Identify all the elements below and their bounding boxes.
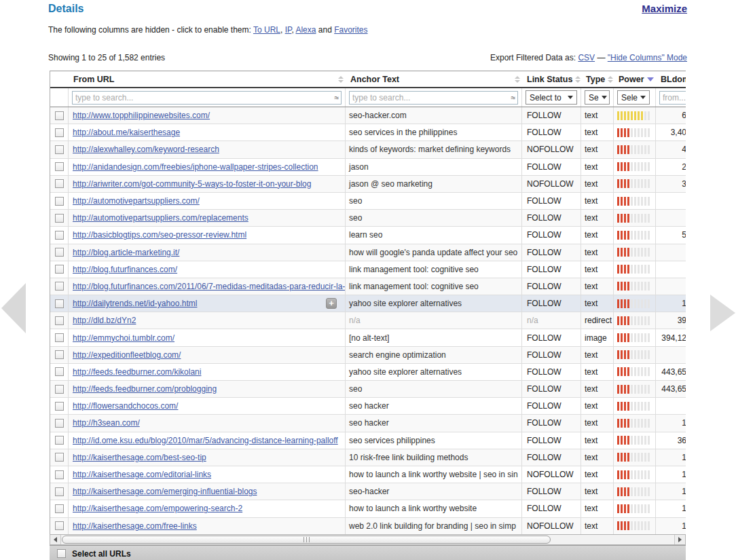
row-checkbox[interactable] [55, 316, 64, 325]
scrollbar-thumb[interactable] [62, 536, 551, 544]
from-url-link[interactable]: http://flowersandchocos.com/ [73, 401, 178, 411]
row-checkbox[interactable] [55, 282, 64, 291]
row-checkbox[interactable] [55, 179, 64, 188]
sort-icon[interactable] [608, 76, 613, 83]
from-url-link[interactable]: http://kaiserthesage.com/best-seo-tip [73, 453, 206, 462]
from-url-link[interactable]: http://h3sean.com/ [73, 418, 140, 428]
enable-column-ip-link[interactable]: IP [285, 25, 292, 35]
expand-plus-icon[interactable]: + [326, 298, 337, 309]
regex-match-icon[interactable]: ≈ [334, 94, 339, 102]
link-type-cell: text [581, 159, 614, 175]
row-checkbox[interactable] [55, 385, 64, 394]
link-status-filter-select[interactable]: Select to [526, 90, 577, 105]
export-csv-link[interactable]: CSV [578, 53, 595, 62]
from-url-link[interactable]: http://blog.article-marketing.it/ [73, 248, 179, 257]
bldom-cell: 5 [656, 227, 686, 243]
from-url-link[interactable]: http://automotivepartsuppliers.com/ [73, 196, 200, 206]
filter-cell-power: Sele [614, 88, 656, 107]
from-url-link[interactable]: http://about.me/kaiserthesage [73, 128, 180, 137]
column-header-link-status[interactable]: Link Status [522, 71, 581, 87]
row-checkbox-cell [50, 381, 69, 397]
row-checkbox[interactable] [55, 470, 64, 479]
row-checkbox[interactable] [55, 128, 64, 137]
column-header-bldom[interactable]: BLdom [656, 71, 686, 87]
bldom-from-input[interactable] [663, 93, 686, 102]
from-url-link[interactable]: http://basicblogtips.com/seo-pressor-rev… [73, 230, 246, 240]
from-url-link[interactable]: http://ariwriter.com/got-community-5-way… [73, 179, 311, 189]
power-bars-icon [617, 436, 650, 445]
sort-descending-icon[interactable] [647, 77, 654, 81]
row-checkbox[interactable] [55, 231, 64, 240]
next-page-arrow[interactable] [710, 295, 735, 331]
regex-match-icon[interactable]: ≈ [511, 94, 515, 102]
row-checkbox[interactable] [55, 367, 64, 376]
row-checkbox[interactable] [55, 145, 64, 154]
from-url-link[interactable]: http://dailytrends.net/id-yahoo.html [73, 299, 197, 308]
from-url-link[interactable]: http://kaiserthesage.com/free-links [73, 521, 197, 531]
table-body: http://www.topphilippinewebsites.com/seo… [50, 107, 686, 534]
anchor-search-input[interactable] [352, 93, 511, 102]
row-checkbox[interactable] [55, 162, 64, 171]
row-checkbox[interactable] [55, 402, 64, 411]
row-checkbox[interactable] [55, 504, 64, 513]
sort-icon[interactable] [338, 76, 344, 83]
row-checkbox[interactable] [55, 333, 64, 342]
row-checkbox[interactable] [55, 436, 64, 445]
scroll-left-icon [54, 537, 57, 542]
scroll-left-button[interactable] [50, 535, 61, 544]
column-header-type[interactable]: Type [581, 71, 614, 87]
row-checkbox[interactable] [55, 111, 64, 120]
row-checkbox[interactable] [55, 299, 64, 308]
horizontal-scrollbar[interactable] [50, 534, 686, 545]
row-checkbox[interactable] [55, 521, 64, 530]
from-url-link[interactable]: http://automotivepartsuppliers.com/repla… [73, 213, 249, 223]
column-header-power[interactable]: Power [614, 71, 656, 87]
select-all-checkbox[interactable] [57, 549, 66, 558]
row-checkbox-cell [50, 415, 69, 431]
table-row: http://automotivepartsuppliers.com/repla… [50, 210, 686, 227]
table-row: http://alexwhalley.com/keyword-researchk… [50, 141, 686, 158]
from-url-link[interactable]: http://feeds.feedburner.com/kikolani [73, 367, 201, 377]
from-url-search-input[interactable] [75, 93, 334, 102]
enable-column-to-url-link[interactable]: To URL [253, 25, 280, 35]
from-url-link[interactable]: http://kaiserthesage.com/emerging-influe… [73, 487, 257, 496]
power-filter-select[interactable]: Sele [617, 90, 650, 105]
from-url-link[interactable]: http://blog.futurfinances.com/2011/06/7-… [73, 282, 346, 291]
row-checkbox[interactable] [55, 265, 64, 274]
row-checkbox[interactable] [55, 453, 64, 462]
scroll-right-icon [678, 537, 682, 542]
table-header-row: From URL Anchor Text Link Status Type Po… [50, 71, 686, 88]
maximize-link[interactable]: Maximize [642, 3, 687, 14]
row-checkbox[interactable] [55, 350, 64, 359]
from-url-link[interactable]: http://dld.bz/dYn2 [73, 316, 136, 325]
enable-column-favorites-link[interactable]: Favorites [334, 25, 367, 35]
bldom-cell [656, 193, 686, 209]
row-checkbox[interactable] [55, 197, 64, 206]
sort-icon[interactable] [575, 76, 581, 83]
from-url-link[interactable]: http://anidandesign.com/freebies/iphone-… [73, 162, 318, 172]
row-checkbox[interactable] [55, 419, 64, 428]
from-url-link[interactable]: http://emmychoi.tumblr.com/ [73, 333, 174, 343]
row-checkbox[interactable] [55, 248, 64, 257]
from-url-cell: http://kaiserthesage.com/editorial-links [69, 466, 346, 483]
filter-cell-anchor: ≈ [346, 88, 522, 107]
from-url-link[interactable]: http://www.topphilippinewebsites.com/ [73, 111, 210, 120]
column-header-anchor-text[interactable]: Anchor Text [346, 71, 522, 87]
from-url-link[interactable]: http://kaiserthesage.com/empowering-sear… [73, 504, 242, 513]
sort-icon[interactable] [515, 76, 520, 83]
bldom-cell: 443,65 [656, 381, 686, 397]
from-url-link[interactable]: http://blog.futurfinances.com/ [73, 265, 177, 274]
type-filter-select[interactable]: Se [585, 90, 610, 105]
from-url-link[interactable]: http://expeditionfleetblog.com/ [73, 350, 181, 360]
column-header-from-url[interactable]: From URL [69, 71, 346, 87]
enable-column-alexa-link[interactable]: Alexa [295, 25, 316, 35]
scroll-right-button[interactable] [674, 535, 685, 544]
from-url-link[interactable]: http://id.ome.ksu.edu/blog/2010/mar/5/ad… [73, 436, 338, 445]
hide-columns-mode-link[interactable]: "Hide Columns" Mode [608, 53, 687, 62]
previous-page-arrow[interactable] [1, 283, 26, 333]
row-checkbox[interactable] [55, 487, 64, 496]
row-checkbox[interactable] [55, 214, 64, 223]
from-url-link[interactable]: http://kaiserthesage.com/editorial-links [73, 470, 211, 479]
from-url-link[interactable]: http://alexwhalley.com/keyword-research [73, 145, 219, 154]
from-url-link[interactable]: http://feeds.feedburner.com/problogging [73, 384, 217, 394]
